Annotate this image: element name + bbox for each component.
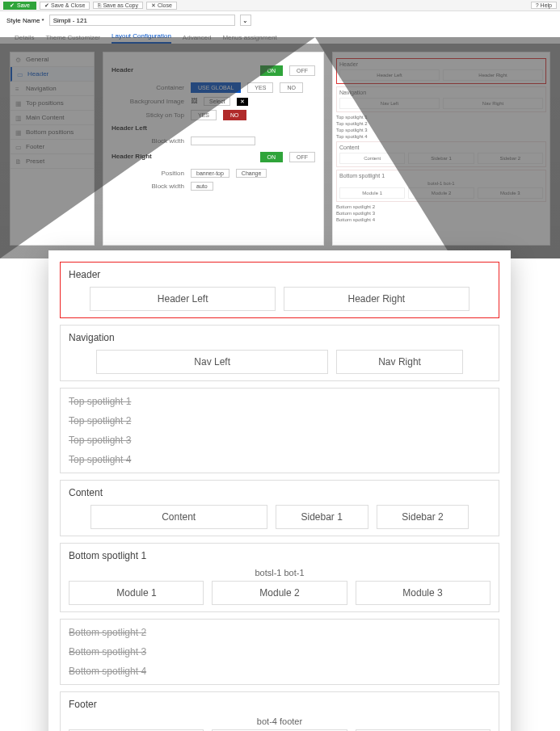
save-close-button[interactable]: ✔Save & Close — [40, 2, 90, 10]
preview-header-left[interactable]: Header Left — [90, 287, 276, 311]
help-icon: ? — [536, 2, 539, 8]
preview-bottom-spotlight-1: Bottom spotlight 1 botsl-1 bot-1 Module … — [60, 543, 499, 612]
mini-preview: HeaderHeader LeftHeader Right Navigation… — [332, 52, 550, 246]
sidebar-item-header[interactable]: ▭Header — [11, 67, 94, 82]
cfg-header-title: Header — [112, 66, 133, 74]
hr-blockwidth-label: Block width — [112, 183, 184, 190]
config-panel: Header ON OFF Container USE GLOBAL YES N… — [103, 52, 324, 246]
toolbar: ✔Save ✔Save & Close ⎘Save as Copy ✕Close… — [0, 0, 560, 11]
sidebar-item-preset[interactable]: 🗎Preset — [11, 154, 94, 169]
bars-icon: ≡ — [15, 86, 22, 92]
style-name-input[interactable] — [49, 15, 235, 26]
hr-position-label: Position — [112, 170, 184, 177]
sticky-yes[interactable]: YES — [191, 110, 217, 120]
sidebar-item-main[interactable]: ▥Main Content — [11, 111, 94, 125]
sticky-no[interactable]: NO — [223, 110, 246, 120]
grid-icon: ▦ — [15, 129, 22, 136]
footer-caption: bot-4 footer — [69, 716, 491, 726]
hl-blockwidth-label: Block width — [112, 137, 184, 145]
header-left-title: Header Left — [112, 124, 315, 132]
style-name-bar: Style Name * ⌄ — [0, 11, 560, 29]
clear-icon[interactable]: ✕ — [237, 98, 248, 106]
save-copy-button[interactable]: ⎘Save as Copy — [93, 2, 143, 9]
preview-disabled-bottom: Bottom spotlight 2 Bottom spotlight 3 Bo… — [60, 619, 499, 685]
style-dropdown-icon[interactable]: ⌄ — [240, 15, 251, 26]
bs2: Bottom spotlight 2 — [69, 623, 491, 642]
bg-image-label: Background Image — [112, 98, 184, 105]
preview-content-main[interactable]: Content — [91, 505, 267, 529]
tab-theme[interactable]: Theme Customizer — [45, 34, 100, 44]
bs1-caption: botsl-1 bot-1 — [69, 568, 491, 578]
preview-nav-right[interactable]: Nav Right — [336, 350, 463, 374]
hr-position-value: banner-top — [191, 169, 229, 178]
bs1-module-2[interactable]: Module 2 — [212, 581, 347, 605]
check-icon: ✔ — [10, 2, 15, 9]
header-off[interactable]: OFF — [289, 65, 315, 76]
save-button[interactable]: ✔Save — [3, 2, 36, 10]
header-right-title: Header Right — [112, 153, 152, 160]
sidebar-item-footer[interactable]: ▭Footer — [11, 140, 94, 154]
hr-on[interactable]: ON — [260, 152, 284, 162]
hr-change-button[interactable]: Change — [236, 169, 267, 178]
layout-preview-card: Header Header Left Header Right Navigati… — [48, 250, 511, 731]
footer-icon: ▭ — [15, 144, 22, 150]
sidebar-item-navigation[interactable]: ≡Navigation — [11, 82, 94, 96]
sticky-label: Sticky on Top — [112, 111, 184, 119]
yes-button[interactable]: YES — [247, 82, 273, 93]
preview-sidebar-2[interactable]: Sidebar 2 — [377, 505, 469, 529]
preview-footer: Footer bot-4 footer Module 1 Module 2 Mo… — [60, 691, 499, 731]
preview-header-right[interactable]: Header Right — [284, 287, 469, 311]
hr-blockwidth-select[interactable]: auto — [191, 182, 213, 191]
select-button[interactable]: Select — [204, 97, 230, 106]
preview-navigation: Navigation Nav Left Nav Right — [60, 325, 499, 381]
bs1-module-3[interactable]: Module 3 — [356, 581, 491, 605]
no-button[interactable]: NO — [280, 82, 303, 93]
tab-layout[interactable]: Layout Configuration — [112, 32, 171, 44]
gear-icon: ⚙ — [15, 57, 22, 63]
tab-details[interactable]: Details — [15, 34, 34, 44]
image-icon: 🖼 — [191, 98, 197, 105]
tabs: Details Theme Customizer Layout Configur… — [0, 29, 560, 44]
square-icon: ▭ — [17, 71, 23, 78]
preview-sidebar-1[interactable]: Sidebar 1 — [276, 505, 368, 529]
use-global-button[interactable]: USE GLOBAL — [191, 82, 241, 93]
ts2: Top spotlight 2 — [69, 411, 491, 431]
check-icon: ✔ — [44, 2, 49, 9]
hl-blockwidth-select[interactable] — [191, 137, 255, 145]
sidebar-item-general[interactable]: ⚙General — [11, 53, 94, 67]
header-on[interactable]: ON — [260, 65, 284, 76]
preview-content: Content Content Sidebar 1 Sidebar 2 — [60, 480, 499, 536]
bs3: Bottom spotlight 3 — [69, 642, 491, 662]
file-icon: 🗎 — [15, 158, 22, 165]
preview-disabled-top: Top spotlight 1 Top spotlight 2 Top spot… — [60, 388, 499, 473]
grid-icon: ▦ — [15, 100, 22, 107]
hr-off[interactable]: OFF — [289, 152, 315, 162]
layout-icon: ▥ — [15, 115, 22, 121]
help-button[interactable]: ? Help — [531, 2, 557, 9]
ts4: Top spotlight 4 — [69, 450, 491, 469]
copy-icon: ⎘ — [98, 2, 101, 8]
container-label: Container — [112, 84, 184, 91]
style-name-label: Style Name * — [6, 17, 44, 24]
sidebar-item-bottom[interactable]: ▦Bottom positions — [11, 125, 94, 140]
ts3: Top spotlight 3 — [69, 431, 491, 450]
sidebar: ⚙General ▭Header ≡Navigation ▦Top positi… — [10, 52, 95, 246]
bs4: Bottom spotlight 4 — [69, 662, 491, 681]
tab-menus[interactable]: Menus assignment — [222, 34, 276, 44]
preview-header: Header Header Left Header Right — [60, 262, 499, 318]
sidebar-item-top[interactable]: ▦Top positions — [11, 96, 94, 111]
close-icon: ✕ — [151, 2, 156, 9]
ts1: Top spotlight 1 — [69, 392, 491, 411]
bs1-module-1[interactable]: Module 1 — [69, 581, 204, 605]
close-button[interactable]: ✕Close — [146, 2, 177, 10]
preview-nav-left[interactable]: Nav Left — [96, 350, 328, 374]
tab-advanced[interactable]: Advanced — [183, 34, 212, 44]
